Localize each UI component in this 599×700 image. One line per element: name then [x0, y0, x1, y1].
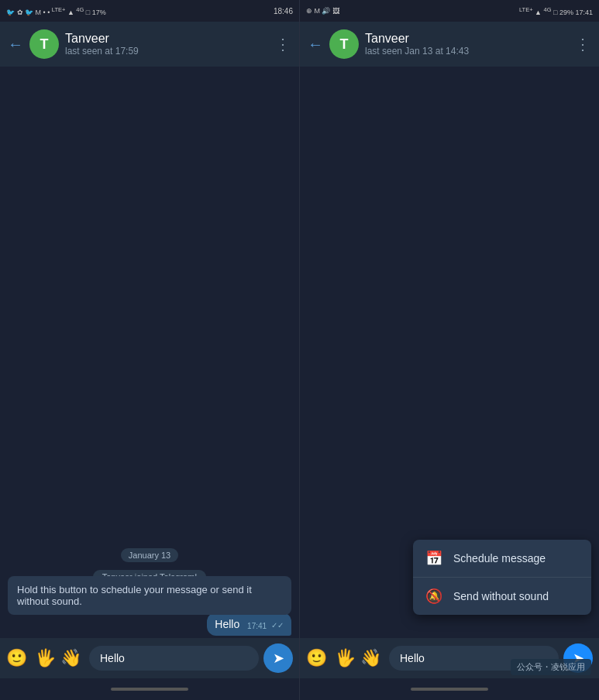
left-emoji-button[interactable]: 🙂 [6, 648, 27, 668]
left-nav-indicator [111, 688, 188, 691]
left-status-icons: 🐦 ✿ 🐦 M • • LTE+ ▲ 4G □ 17% [6, 6, 106, 16]
left-chat-header: ← T Tanveer last seen at 17:59 ⋮ [0, 22, 299, 67]
mute-icon: 🔕 [425, 588, 442, 605]
right-emoji-button[interactable]: 🙂 [306, 648, 327, 668]
schedule-message-label: Schedule message [453, 552, 546, 564]
panels: ← T Tanveer last seen at 17:59 ⋮ January… [0, 22, 599, 700]
left-message-input[interactable] [89, 646, 259, 671]
right-contact-status: last seen Jan 13 at 14:43 [365, 46, 569, 57]
status-bars: 🐦 ✿ 🐦 M • • LTE+ ▲ 4G □ 17% 18:46 ⊕ M 🔊 … [0, 0, 599, 22]
right-chat-header: ← T Tanveer last seen Jan 13 at 14:43 ⋮ [300, 22, 599, 67]
send-without-sound-label: Send without sound [453, 590, 549, 602]
left-contact-name: Tanveer [65, 32, 269, 46]
left-avatar: T [29, 29, 59, 59]
left-back-button[interactable]: ← [8, 36, 23, 53]
left-menu-button[interactable]: ⋮ [275, 35, 291, 53]
right-status-bar: ⊕ M 🔊 🖼 LTE+ ▲ 4G □ 29% 17:41 [300, 0, 599, 22]
watermark: 公众号・凌锐应用 [511, 659, 591, 675]
right-nav-indicator [411, 688, 488, 691]
right-menu-button[interactable]: ⋮ [575, 35, 591, 53]
left-wave-sticker[interactable]: 🖐️ [35, 648, 56, 668]
left-contact-info: Tanveer last seen at 17:59 [65, 32, 269, 57]
schedule-tooltip: Hold this button to schedule your messag… [8, 576, 291, 615]
left-emoji-row: 🖐️ 👋 [32, 648, 84, 668]
send-without-sound-item[interactable]: 🔕 Send without sound [413, 578, 591, 615]
left-message-bubble: Hello 17:41 ✓✓ [207, 612, 291, 636]
right-status-icons-right: LTE+ ▲ 4G □ 29% 17:41 [519, 6, 593, 16]
right-hand-sticker[interactable]: 👋 [360, 648, 381, 668]
right-contact-info: Tanveer last seen Jan 13 at 14:43 [365, 32, 569, 57]
left-input-area: 🙂 🖐️ 👋 ➤ [0, 638, 299, 678]
right-back-button[interactable]: ← [308, 36, 323, 53]
right-emoji-row: 🖐️ 👋 [332, 648, 384, 668]
left-send-button[interactable]: ➤ [263, 643, 293, 673]
right-avatar: T [329, 29, 359, 59]
left-contact-status: last seen at 17:59 [65, 46, 269, 57]
left-hand-sticker[interactable]: 👋 [60, 648, 81, 668]
left-time: 18:46 [274, 7, 293, 15]
left-status-bar: 🐦 ✿ 🐦 M • • LTE+ ▲ 4G □ 17% 18:46 [0, 0, 300, 22]
left-sent-message: Hello 17:41 ✓✓ [8, 612, 291, 636]
left-phone-panel: ← T Tanveer last seen at 17:59 ⋮ January… [0, 22, 300, 700]
right-contact-name: Tanveer [365, 32, 569, 46]
schedule-message-item[interactable]: 📅 Schedule message [413, 540, 591, 578]
left-send-icon: ➤ [273, 650, 284, 667]
right-nav-bar [300, 678, 599, 700]
right-phone-panel: ← T Tanveer last seen Jan 13 at 14:43 ⋮ … [300, 22, 599, 700]
context-menu: 📅 Schedule message 🔕 Send without sound [413, 540, 591, 615]
calendar-icon: 📅 [425, 550, 442, 567]
right-wave-sticker[interactable]: 🖐️ [335, 648, 356, 668]
left-nav-bar [0, 678, 299, 700]
right-status-icons-left: ⊕ M 🔊 🖼 [306, 7, 339, 15]
left-chat-area: January 13 Tanveer joined Telegram! Janu… [0, 67, 299, 638]
date-badge-jan13: January 13 [121, 548, 178, 562]
